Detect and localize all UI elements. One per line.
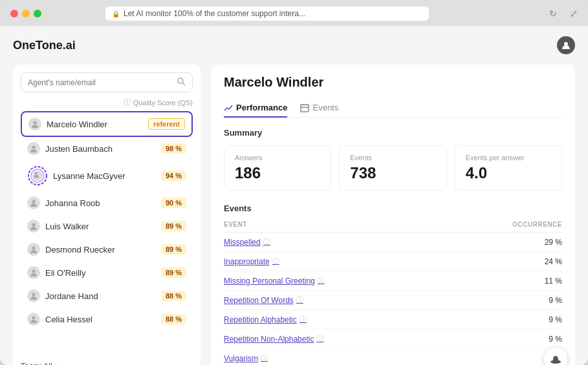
agent-item[interactable]: Luis Walker 89 % (21, 214, 193, 238)
help-button[interactable] (544, 348, 567, 365)
chevron-down-icon: ▾ (55, 362, 59, 365)
tab-events[interactable]: Events (300, 99, 338, 118)
address-text: Let AI monitor 100% of the customer supp… (124, 9, 305, 18)
agent-item[interactable]: Eli O'Reilly 89 % (21, 261, 193, 284)
answers-label: Answers (235, 154, 320, 162)
search-box[interactable] (21, 72, 193, 92)
maximize-button[interactable] (34, 10, 41, 17)
agent-item[interactable]: Desmond Ruecker 89 % (21, 238, 193, 261)
agent-item[interactable]: Lysanne MacGyver 94 % (21, 160, 193, 191)
team-filter[interactable]: Team: All ▾ (21, 362, 193, 365)
agent-item[interactable]: Johanna Roob 90 % (21, 191, 193, 214)
agent-avatar (27, 243, 40, 256)
team-filter-label: Team: All (21, 362, 52, 365)
agent-avatar (27, 313, 40, 326)
event-name-repetition-non-alpha[interactable]: Repetition Non-Alphabetic ⓘ (224, 334, 323, 344)
agent-title: Marcelo Windler (224, 75, 562, 90)
lock-icon: 🔒 (112, 10, 120, 17)
table-row: Vulgarism ⓘ 5 % (224, 349, 562, 365)
agent-avatar (28, 118, 41, 130)
event-pct: 9 % (549, 296, 562, 305)
table-row: Repetition Of Words ⓘ 9 % (224, 291, 562, 310)
expand-icon[interactable]: ⤢ (570, 8, 578, 19)
tabs: Performance Events (224, 99, 562, 118)
events-section-title: Events (224, 203, 562, 213)
svg-point-9 (32, 224, 36, 227)
svg-point-19 (553, 356, 558, 362)
event-pct: 24 % (545, 257, 562, 266)
events-label: Events (350, 154, 435, 162)
info-icon: ⓘ (299, 315, 307, 324)
app-container: OneTone.ai (0, 26, 588, 365)
events-table: EVENT OCCURRENCE Misspelled ⓘ 29 % (224, 218, 562, 365)
col-event-header: EVENT (224, 221, 247, 228)
score-badge: 88 % (161, 314, 186, 324)
answers-value: 186 (235, 164, 320, 182)
svg-rect-14 (301, 105, 309, 112)
svg-point-3 (34, 121, 37, 125)
agent-avatar (27, 165, 48, 186)
minimize-button[interactable] (22, 10, 30, 17)
agent-list: Marcelo Windler referent Juste (21, 111, 193, 355)
svg-line-2 (183, 83, 186, 86)
svg-point-4 (32, 146, 36, 149)
app-logo: OneTone.ai (13, 39, 76, 52)
left-panel: ⓘ Quality Score (QS) (13, 65, 201, 365)
agent-name: Celia Hessel (45, 315, 161, 324)
events-per-answer-label: Events per answer (466, 154, 551, 162)
agent-item[interactable]: Jordane Hand 88 % (21, 284, 193, 308)
events-value: 738 (350, 164, 435, 182)
table-row: Misspelled ⓘ 29 % (224, 233, 562, 252)
event-pct: 9 % (549, 315, 562, 324)
agent-name: Marcelo Windler (47, 120, 148, 129)
event-pct: 9 % (549, 335, 562, 344)
event-name-vulgarism[interactable]: Vulgarism ⓘ (224, 353, 268, 363)
score-badge: referent (148, 118, 185, 130)
agent-item[interactable]: Celia Hessel 88 % (21, 308, 193, 331)
events-table-header: EVENT OCCURRENCE (224, 218, 562, 233)
summary-section-title: Summary (224, 128, 562, 138)
svg-point-10 (32, 247, 36, 250)
right-panel: Marcelo Windler Performance (211, 65, 575, 365)
agent-item[interactable]: Justen Baumbach 98 % (21, 137, 193, 160)
event-name-inappropriate[interactable]: Inappropriate ⓘ (224, 256, 279, 266)
qs-label: ⓘ Quality Score (QS) (21, 98, 193, 107)
agent-avatar (27, 142, 40, 155)
event-name-repetition-alpha[interactable]: Repetition Alphabetic ⓘ (224, 315, 307, 324)
svg-point-8 (32, 200, 36, 203)
agent-item[interactable]: Marcelo Windler referent (21, 111, 193, 137)
event-name-missing-greeting[interactable]: Missing Personal Greeting ⓘ (224, 276, 325, 286)
agent-avatar (27, 196, 40, 209)
info-icon: ⓘ (263, 237, 270, 247)
score-badge: 88 % (161, 291, 186, 301)
event-name-repetition-words[interactable]: Repetition Of Words ⓘ (224, 295, 303, 305)
svg-point-12 (32, 293, 36, 297)
refresh-icon[interactable]: ↻ (549, 8, 557, 19)
app-header: OneTone.ai (13, 36, 575, 54)
summary-cards: Answers 186 Events 738 Events per answer… (224, 145, 562, 191)
agent-avatar (27, 266, 40, 279)
score-badge: 89 % (161, 244, 186, 255)
browser-window: 🔒 Let AI monitor 100% of the customer su… (0, 0, 588, 365)
score-badge: 98 % (161, 143, 186, 154)
address-bar[interactable]: 🔒 Let AI monitor 100% of the customer su… (105, 6, 429, 21)
info-icon: ⓘ (124, 98, 131, 107)
events-card: Events 738 (339, 145, 446, 191)
browser-chrome: 🔒 Let AI monitor 100% of the customer su… (0, 0, 588, 26)
info-icon: ⓘ (272, 256, 279, 266)
tab-performance[interactable]: Performance (224, 99, 287, 118)
main-content: ⓘ Quality Score (QS) (13, 65, 575, 365)
info-icon: ⓘ (318, 276, 325, 286)
search-input[interactable] (28, 78, 177, 87)
hat-icon (549, 353, 562, 365)
event-pct: 29 % (545, 238, 562, 247)
close-button[interactable] (10, 10, 18, 17)
traffic-lights (10, 10, 41, 17)
event-name-misspelled[interactable]: Misspelled ⓘ (224, 237, 270, 247)
browser-content: OneTone.ai (0, 26, 588, 365)
svg-point-11 (32, 270, 36, 273)
col-occurrence-header: OCCURRENCE (512, 221, 562, 228)
agent-name: Lysanne MacGyver (53, 171, 161, 181)
user-avatar-icon[interactable] (557, 36, 575, 54)
agent-name: Luis Walker (45, 222, 161, 231)
